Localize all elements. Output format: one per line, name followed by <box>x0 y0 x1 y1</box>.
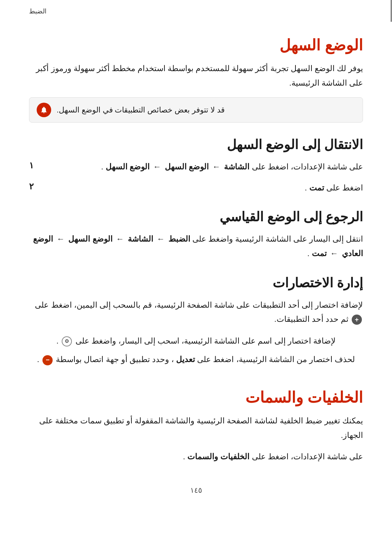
step-2-text: اضغط على تمت . <box>47 181 363 195</box>
remove-end: . <box>37 355 39 364</box>
shortcuts-title: إدارة الاختصارات <box>29 275 363 291</box>
remove-text2: ، وحدد تطبيق أو جهة اتصال بواسطة <box>56 355 174 364</box>
add-name-end: . <box>56 336 58 345</box>
plus-icon: + <box>352 315 362 325</box>
note-text: قد لا تتوفر بعض خصائص التطبيقات في الوضع… <box>57 106 225 114</box>
easy-mode-title: الوضع السهل <box>29 36 363 54</box>
return-standard-title: الرجوع إلى الوضع القياسي <box>29 209 363 225</box>
step-2-number: ٢ <box>29 181 40 192</box>
wallpaper-text2-start: على شاشة الإعدادات، اضغط على <box>252 452 363 461</box>
add-swipe-prefix: لإضافة اختصار إلى أحد التطبيقات على شاشة… <box>35 300 363 309</box>
add-name-prefix: لإضافة اختصار إلى اسم على الشاشة الرئيسي… <box>75 336 336 345</box>
step-1-number: ١ <box>29 160 40 171</box>
step-1-arrow2: ← <box>151 162 161 171</box>
switch-to-easy-title: الانتقال إلى الوضع السهل <box>29 137 363 152</box>
wallpaper-text2-end: . <box>183 452 185 461</box>
minus-icon: − <box>42 355 53 365</box>
return-arrow1: ← <box>155 234 165 243</box>
wallpaper-text1: يمكنك تغيير ضبط الخلفية لشاشة الصفحة الر… <box>29 414 363 442</box>
note-box: قد لا تتوفر بعض خصائص التطبيقات في الوضع… <box>29 97 363 123</box>
header-label: الضبط <box>29 7 46 15</box>
remove-shortcut-text: لحذف اختصار من الشاشة الرئيسية، اضغط على… <box>29 352 363 367</box>
add-swipe-end: ثم حدد أحد التطبيقات. <box>274 315 348 324</box>
step-1-arrow1: ← <box>210 162 220 171</box>
return-standard-section: الرجوع إلى الوضع القياسي انتقل إلى اليسا… <box>29 209 363 260</box>
return-arrow4: ← <box>328 249 338 258</box>
remove-bold1: تعديل <box>176 355 195 364</box>
step-2-item: اضغط على تمت . ٢ <box>29 181 363 195</box>
add-shortcut-swipe-text: لإضافة اختصار إلى أحد التطبيقات على شاشة… <box>29 298 363 327</box>
wallpaper-title: الخلفيات والسمات <box>29 389 363 406</box>
shortcuts-section: إدارة الاختصارات لإضافة اختصار إلى أحد ا… <box>29 275 363 367</box>
remove-prefix: لحذف اختصار من الشاشة الرئيسية، اضغط على <box>197 355 355 364</box>
return-end: . <box>307 249 310 258</box>
top-border-decoration <box>391 0 392 22</box>
wallpaper-text2: على شاشة الإعدادات، اضغط على الخلفيات وا… <box>29 450 363 464</box>
return-arrow2: ← <box>114 234 124 243</box>
gear-icon: ⚙ <box>62 336 72 346</box>
step-1-end: . <box>101 162 103 171</box>
page-number: ١٤٥ <box>29 486 363 495</box>
step-1-text: على شاشة الإعدادات، اضغط على الشاشة ← ال… <box>47 160 363 174</box>
return-bold5: تمت <box>312 249 327 258</box>
return-text-start: انتقل إلى اليسار على الشاشة الرئيسية واض… <box>192 234 363 243</box>
return-arrow3: ← <box>54 234 65 243</box>
bell-svg <box>40 106 48 114</box>
add-shortcut-name-text: لإضافة اختصار إلى اسم على الشاشة الرئيسي… <box>29 334 363 348</box>
return-bold2: الشاشة <box>128 234 153 243</box>
step-1-bold1: الشاشة <box>224 162 249 171</box>
step-2-bold: تمت <box>309 183 324 192</box>
step-1-bold2: الوضع السهل <box>165 162 209 171</box>
notification-icon <box>37 103 51 117</box>
return-bold3: الوضع السهل <box>68 234 112 243</box>
wallpaper-section: الخلفيات والسمات يمكنك تغيير ضبط الخلفية… <box>29 389 363 464</box>
step-2-prefix: اضغط على <box>326 183 363 192</box>
step-1-prefix: على شاشة الإعدادات، اضغط على <box>252 162 363 171</box>
wallpaper-text2-bold: الخلفيات والسمات <box>187 452 249 461</box>
return-bold1: الضبط <box>168 234 190 243</box>
step-1-bold3: الوضع السهل <box>106 162 150 171</box>
step-2-end: . <box>305 183 307 192</box>
return-standard-text: انتقل إلى اليسار على الشاشة الرئيسية واض… <box>29 232 363 260</box>
step-1-item: على شاشة الإعدادات، اضغط على الشاشة ← ال… <box>29 160 363 174</box>
page-container: الضبط الوضع السهل يوفر لك الوضع السهل تج… <box>0 0 392 554</box>
easy-mode-intro: يوفر لك الوضع السهل تجربة أكثر سهولة للم… <box>29 61 363 90</box>
